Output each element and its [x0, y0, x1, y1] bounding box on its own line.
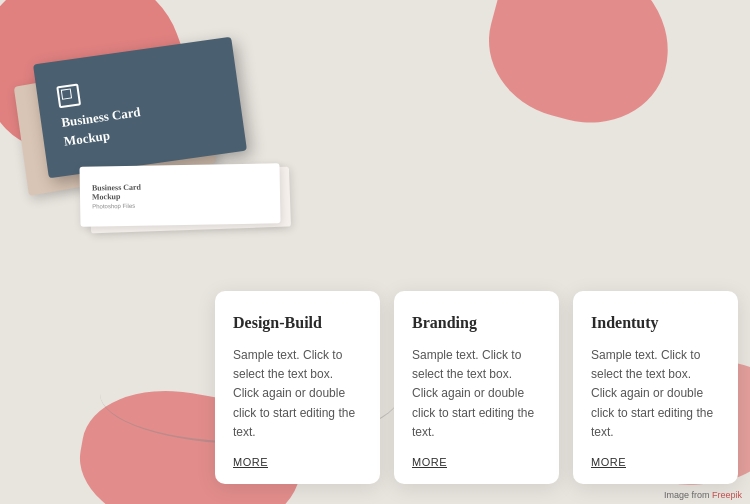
card-branding: Branding Sample text. Click to select th…	[394, 291, 559, 484]
credit-label: Image from	[664, 490, 710, 500]
mockup-area: Business CardMockup Business Card Mockup…	[10, 20, 290, 300]
credit-link[interactable]: Freepik	[712, 490, 742, 500]
card-design-build-text: Sample text. Click to select the text bo…	[233, 346, 362, 442]
card-indentuty-more[interactable]: MORE	[591, 456, 720, 468]
card-indentuty-text: Sample text. Click to select the text bo…	[591, 346, 720, 442]
card-design-build-more[interactable]: MORE	[233, 456, 362, 468]
card-branding-title: Branding	[412, 313, 541, 334]
card-indentuty: Indentuty Sample text. Click to select t…	[573, 291, 738, 484]
card-logo-icon	[56, 84, 81, 109]
cards-container: Design-Build Sample text. Click to selec…	[215, 291, 740, 484]
card-design-build-title: Design-Build	[233, 313, 362, 334]
image-credit: Image from Freepik	[664, 490, 742, 500]
card-main-title: Business CardMockup	[60, 92, 224, 150]
card-design-build: Design-Build Sample text. Click to selec…	[215, 291, 380, 484]
card-flat-front: Business Card Mockup Photoshop Files	[79, 163, 280, 226]
card-flat-label: Photoshop Files	[92, 200, 268, 209]
card-branding-text: Sample text. Click to select the text bo…	[412, 346, 541, 442]
card-indentuty-title: Indentuty	[591, 313, 720, 334]
card-flat-subtitle: Mockup	[92, 189, 268, 201]
card-branding-more[interactable]: MORE	[412, 456, 541, 468]
card-flat-container: Business Card Mockup Photoshop Files	[70, 160, 310, 240]
